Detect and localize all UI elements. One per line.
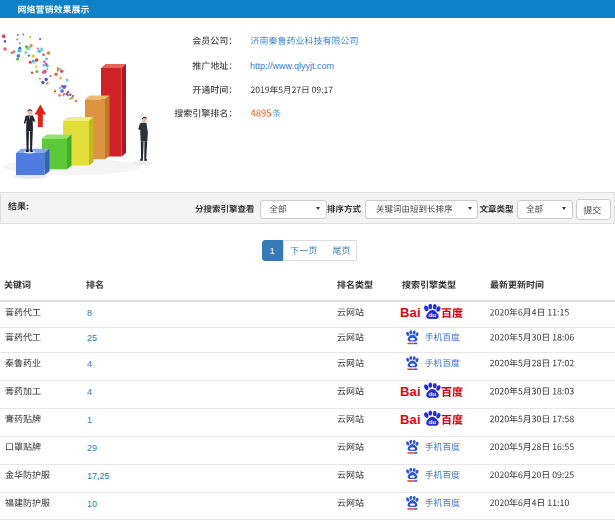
svg-text:Bai: Bai <box>400 384 421 399</box>
svg-text:du: du <box>428 311 436 318</box>
svg-text:Bai: Bai <box>400 412 421 427</box>
svg-text:du: du <box>428 390 436 397</box>
svg-text:du: du <box>428 418 436 425</box>
svg-text:Bai: Bai <box>400 305 421 320</box>
